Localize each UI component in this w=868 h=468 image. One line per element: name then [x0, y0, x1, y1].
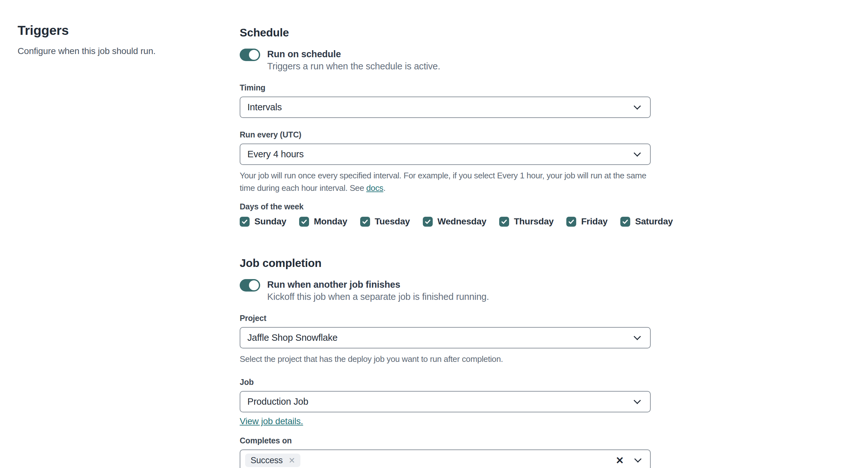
job-completion-heading: Job completion	[240, 256, 651, 270]
job-field: Job Production Job View job details.	[240, 377, 651, 427]
checkbox-checked-icon	[499, 217, 509, 227]
day-checkbox-sunday[interactable]: Sunday	[240, 216, 286, 227]
day-label: Saturday	[635, 216, 673, 227]
day-checkbox-monday[interactable]: Monday	[299, 216, 347, 227]
completes-on-multiselect[interactable]: Success ✕ ✕	[240, 449, 651, 468]
schedule-heading: Schedule	[240, 26, 651, 40]
days-of-week-row: Sunday Monday Tuesday Wednesday	[240, 216, 651, 227]
checkbox-checked-icon	[299, 217, 309, 227]
selected-status-pill: Success ✕	[245, 454, 301, 467]
toggle-knob	[249, 50, 259, 60]
timing-select[interactable]: Intervals	[240, 97, 651, 118]
project-field: Project Jaffle Shop Snowflake Select the…	[240, 313, 651, 365]
timing-label: Timing	[240, 83, 651, 93]
run-every-selected-value: Every 4 hours	[247, 149, 304, 159]
remove-status-icon[interactable]: ✕	[288, 457, 295, 465]
job-select[interactable]: Production Job	[240, 391, 651, 412]
run-every-help: Your job will run once every specified i…	[240, 169, 651, 194]
completes-on-label: Completes on	[240, 435, 651, 446]
days-of-week-label: Days of the week	[240, 201, 651, 212]
run-when-job-finishes-text: Run when another job finishes Kickoff th…	[267, 278, 489, 303]
run-on-schedule-row: Run on schedule Triggers a run when the …	[240, 48, 651, 72]
day-label: Sunday	[254, 216, 286, 227]
day-label: Monday	[314, 216, 347, 227]
run-on-schedule-label: Run on schedule	[267, 48, 440, 60]
chevron-down-icon	[634, 455, 642, 463]
triggers-form: Schedule Run on schedule Triggers a run …	[240, 26, 651, 468]
project-selected-value: Jaffle Shop Snowflake	[247, 333, 338, 343]
project-help: Select the project that has the deploy j…	[240, 353, 651, 365]
help-text: Your job will run once every specified i…	[240, 171, 646, 193]
run-on-schedule-toggle[interactable]	[240, 49, 260, 61]
chevron-down-icon	[634, 333, 641, 340]
run-every-field: Run every (UTC) Every 4 hours Your job w…	[240, 129, 651, 227]
run-when-job-finishes-description: Kickoff this job when a separate job is …	[267, 290, 489, 303]
day-label: Friday	[581, 216, 608, 227]
project-label: Project	[240, 313, 651, 323]
section-intro: Triggers Configure when this job should …	[18, 23, 216, 57]
run-on-schedule-description: Triggers a run when the schedule is acti…	[267, 60, 440, 72]
day-label: Thursday	[514, 216, 554, 227]
help-text-period: .	[383, 183, 385, 193]
checkbox-checked-icon	[423, 217, 433, 227]
timing-field: Timing Intervals	[240, 83, 651, 118]
run-every-label: Run every (UTC)	[240, 129, 651, 140]
docs-link[interactable]: docs	[366, 183, 383, 193]
multiselect-controls: ✕	[616, 456, 641, 465]
triggers-settings-page: Triggers Configure when this job should …	[0, 0, 868, 468]
day-checkbox-tuesday[interactable]: Tuesday	[360, 216, 410, 227]
job-label: Job	[240, 377, 651, 387]
day-label: Tuesday	[375, 216, 410, 227]
run-when-job-finishes-label: Run when another job finishes	[267, 278, 489, 290]
selected-status-label: Success	[251, 456, 283, 465]
run-when-job-finishes-row: Run when another job finishes Kickoff th…	[240, 278, 651, 303]
day-checkbox-wednesday[interactable]: Wednesday	[423, 216, 487, 227]
chevron-down-icon	[634, 149, 641, 157]
day-label: Wednesday	[437, 216, 487, 227]
page-description: Configure when this job should run.	[18, 45, 216, 57]
toggle-knob	[249, 280, 259, 290]
chevron-down-icon	[634, 397, 641, 404]
chevron-down-icon	[634, 102, 641, 110]
job-selected-value: Production Job	[247, 396, 308, 407]
checkbox-checked-icon	[566, 217, 576, 227]
clear-all-icon[interactable]: ✕	[616, 456, 624, 465]
checkbox-checked-icon	[620, 217, 630, 227]
day-checkbox-saturday[interactable]: Saturday	[620, 216, 673, 227]
page-title: Triggers	[18, 23, 216, 38]
days-of-week-field: Days of the week Sunday Monday Tuesday	[240, 201, 651, 227]
completes-on-field: Completes on Success ✕ ✕	[240, 435, 651, 468]
day-checkbox-friday[interactable]: Friday	[566, 216, 608, 227]
checkbox-checked-icon	[240, 217, 250, 227]
run-every-select[interactable]: Every 4 hours	[240, 144, 651, 165]
timing-selected-value: Intervals	[247, 102, 282, 113]
checkbox-checked-icon	[360, 217, 370, 227]
project-select[interactable]: Jaffle Shop Snowflake	[240, 327, 651, 348]
day-checkbox-thursday[interactable]: Thursday	[499, 216, 554, 227]
view-job-details-link[interactable]: View job details.	[240, 416, 303, 427]
run-on-schedule-text: Run on schedule Triggers a run when the …	[267, 48, 440, 72]
run-when-job-finishes-toggle[interactable]	[240, 279, 260, 291]
